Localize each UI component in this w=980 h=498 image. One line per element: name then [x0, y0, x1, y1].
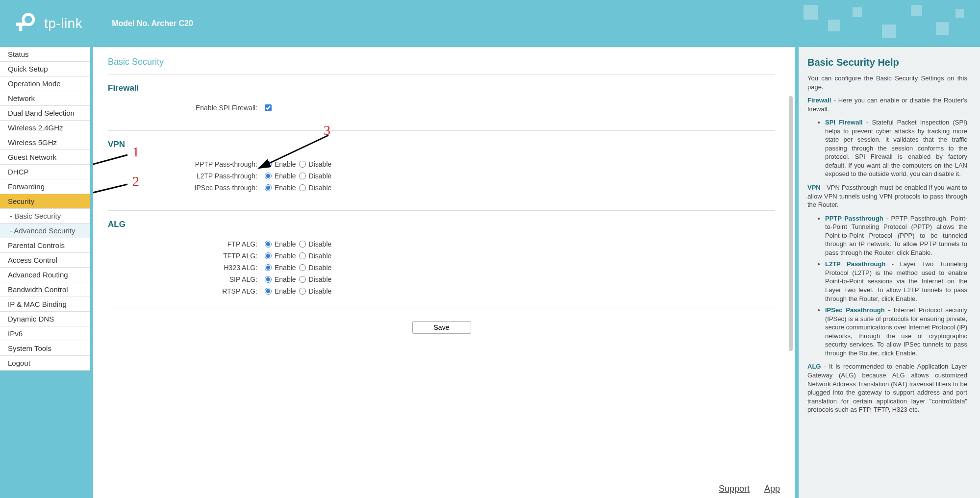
sidebar-item-dhcp[interactable]: DHCP	[0, 165, 90, 179]
sidebar-item-operation-mode[interactable]: Operation Mode	[0, 76, 90, 91]
svg-rect-5	[853, 7, 862, 17]
ipsec-enable-radio[interactable]	[265, 184, 272, 191]
help-intro: You can configure the Basic Security Set…	[807, 74, 967, 91]
sidebar-item-guest-network[interactable]: Guest Network	[0, 150, 90, 165]
sidebar-item-ipv6[interactable]: IPv6	[0, 326, 90, 341]
sidebar-item-wireless-24[interactable]: Wireless 2.4GHz	[0, 121, 90, 135]
tftp-disable-radio[interactable]	[299, 252, 306, 259]
vpn-heading: VPN	[108, 140, 775, 149]
help-title: Basic Security Help	[807, 57, 967, 68]
sidebar-item-network[interactable]: Network	[0, 91, 90, 106]
sidebar-item-wireless-5[interactable]: Wireless 5GHz	[0, 135, 90, 150]
divider	[108, 74, 775, 75]
save-button[interactable]: Save	[412, 321, 471, 334]
help-spi: SPI Firewall - Stateful Packet Inspectio…	[825, 118, 967, 178]
sidebar-item-access-control[interactable]: Access Control	[0, 253, 90, 268]
help-vpn: VPN - VPN Passthrough must be enabled if…	[807, 183, 967, 209]
sidebar-item-bandwidth[interactable]: Bandwidth Control	[0, 282, 90, 297]
l2tp-label: L2TP Pass-through:	[108, 172, 265, 180]
svg-rect-9	[955, 9, 964, 18]
pptp-label: PPTP Pass-through:	[108, 160, 265, 168]
help-panel: Basic Security Help You can configure th…	[799, 47, 980, 498]
ftp-alg-label: FTP ALG:	[108, 240, 265, 248]
sidebar-item-basic-security[interactable]: - Basic Security	[0, 209, 90, 224]
svg-line-10	[93, 155, 127, 187]
sip-alg-label: SIP ALG:	[108, 275, 265, 283]
divider	[108, 210, 775, 211]
sidebar-item-security[interactable]: Security	[0, 194, 90, 209]
tftp-alg-label: TFTP ALG:	[108, 252, 265, 260]
alg-heading: ALG	[108, 220, 775, 229]
ftp-disable-radio[interactable]	[299, 241, 306, 248]
page-title: Basic Security	[108, 57, 775, 67]
tftp-enable-radio[interactable]	[265, 252, 272, 259]
l2tp-disable-radio[interactable]	[299, 173, 306, 179]
sidebar-item-forwarding[interactable]: Forwarding	[0, 179, 90, 194]
sidebar-item-status[interactable]: Status	[0, 47, 90, 62]
sidebar-item-quick-setup[interactable]: Quick Setup	[0, 62, 90, 76]
help-alg: ALG - It is recommended to enable Applic…	[807, 362, 967, 414]
help-ipsec: IPSec Passthrough - Internet Protocol se…	[825, 306, 967, 357]
sidebar: Status Quick Setup Operation Mode Networ…	[0, 47, 90, 498]
sidebar-item-logout[interactable]: Logout	[0, 356, 90, 371]
brand-text: tp-link	[44, 16, 82, 31]
spi-firewall-checkbox[interactable]	[265, 104, 272, 111]
h323-disable-radio[interactable]	[299, 264, 306, 271]
divider	[108, 307, 775, 307]
sidebar-item-system-tools[interactable]: System Tools	[0, 341, 90, 356]
rtsp-alg-label: RTSP ALG:	[108, 287, 265, 295]
sidebar-item-advanced-routing[interactable]: Advanced Routing	[0, 268, 90, 282]
h323-enable-radio[interactable]	[265, 264, 272, 271]
ipsec-label: IPSec Pass-through:	[108, 184, 265, 192]
tp-link-logo-icon	[15, 11, 44, 36]
app-link[interactable]: App	[764, 484, 780, 494]
main-content: Basic Security Firewall Enable SPI Firew…	[93, 47, 795, 498]
sidebar-item-parental[interactable]: Parental Controls	[0, 238, 90, 253]
scrollbar[interactable]	[789, 96, 793, 351]
divider	[108, 130, 775, 131]
sidebar-item-dual-band[interactable]: Dual Band Selection	[0, 106, 90, 121]
header-decoration	[784, 0, 980, 47]
logo: tp-link	[15, 11, 82, 36]
svg-rect-2	[16, 23, 25, 26]
spi-firewall-label: Enable SPI Firewall:	[108, 104, 265, 112]
model-number: Model No. Archer C20	[112, 19, 193, 28]
help-firewall: Firewall - Here you can enable or disabl…	[807, 96, 967, 113]
firewall-heading: Firewall	[108, 83, 775, 93]
svg-rect-3	[804, 5, 818, 20]
svg-rect-7	[911, 5, 922, 16]
sidebar-item-dynamic-dns[interactable]: Dynamic DNS	[0, 312, 90, 326]
rtsp-disable-radio[interactable]	[299, 288, 306, 295]
svg-rect-4	[828, 20, 840, 31]
l2tp-enable-radio[interactable]	[265, 173, 272, 179]
support-link[interactable]: Support	[719, 484, 750, 494]
sip-enable-radio[interactable]	[265, 276, 272, 283]
sip-disable-radio[interactable]	[299, 276, 306, 283]
rtsp-enable-radio[interactable]	[265, 288, 272, 295]
help-l2tp: L2TP Passthrough - Layer Two Tunneling P…	[825, 260, 967, 303]
svg-rect-8	[936, 22, 949, 35]
help-pptp: PPTP Passthrough - PPTP Passthrough. Poi…	[825, 214, 967, 257]
sidebar-item-advanced-security[interactable]: - Advanced Security	[0, 224, 90, 238]
sidebar-item-ip-mac[interactable]: IP & MAC Binding	[0, 297, 90, 312]
pptp-enable-radio[interactable]	[265, 161, 272, 168]
ipsec-disable-radio[interactable]	[299, 184, 306, 191]
header: tp-link Model No. Archer C20	[0, 0, 980, 47]
svg-rect-6	[882, 25, 896, 38]
ftp-enable-radio[interactable]	[265, 241, 272, 248]
pptp-disable-radio[interactable]	[299, 161, 306, 168]
h323-alg-label: H323 ALG:	[108, 264, 265, 272]
